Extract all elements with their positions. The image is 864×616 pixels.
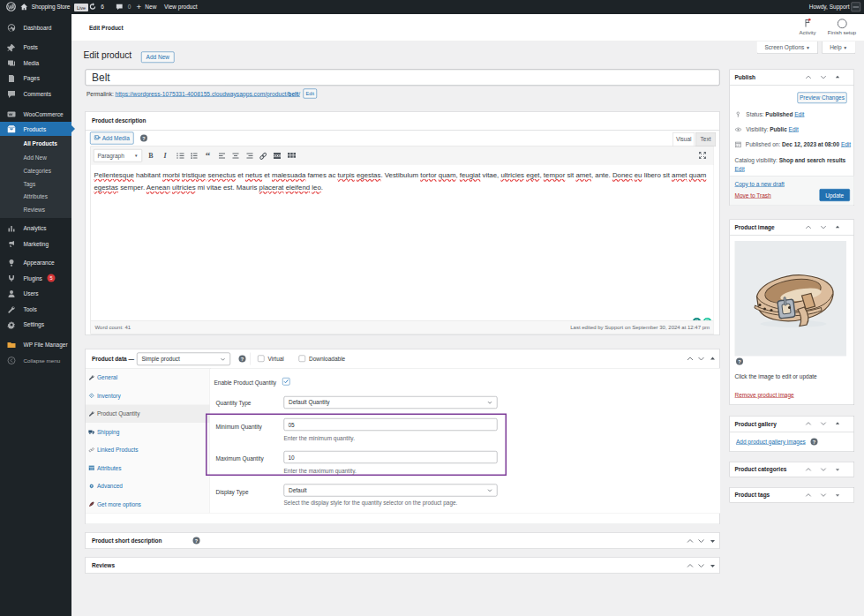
svg-text:I: I [162,152,167,160]
svg-text:“: “ [206,151,211,161]
svg-text:B: B [148,152,154,160]
